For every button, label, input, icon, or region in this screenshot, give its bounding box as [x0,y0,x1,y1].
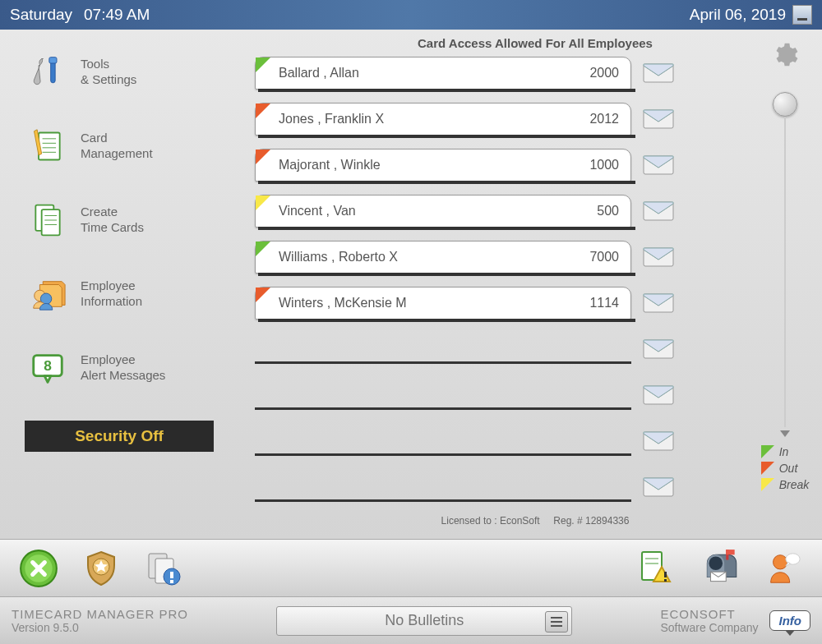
sidebar-item-employee-info[interactable]: Employee Information [25,273,242,315]
employee-card[interactable]: Jones , Franklin X2012 [255,103,631,136]
legend-in-icon [761,445,774,458]
mail-icon[interactable] [643,339,674,359]
legend-break-icon [761,478,774,491]
product-info: TIMECARD MANAGER PRO Version 9.5.0 [12,607,188,634]
content-title: Card Access Allowed For All Employees [255,36,815,50]
bulletin-menu-button[interactable] [545,611,568,632]
sidebar-item-alert-messages[interactable]: 8 Employee Alert Messages [25,347,242,389]
mail-icon[interactable] [643,109,674,129]
empty-slot [255,403,631,410]
svg-text:8: 8 [44,357,52,374]
header-bar: Saturday 07:49 AM April 06, 2019 [0,0,822,30]
mail-icon[interactable] [643,477,674,497]
svg-rect-38 [664,579,667,582]
sidebar-item-card-management[interactable]: Card Management [25,125,242,168]
employee-card[interactable]: Winters , McKensie M1114 [255,287,631,320]
sidebar-item-label: Tools & Settings [81,57,136,88]
empty-slot [255,449,631,456]
tools-icon [25,51,71,94]
employee-name: Jones , Franklin X [279,112,589,126]
svg-rect-37 [664,572,667,577]
employee-name: Winters , McKensie M [279,296,589,310]
svg-rect-8 [42,209,60,235]
content-panel: Card Access Allowed For All Employees Ba… [255,30,822,539]
mail-icon[interactable] [643,155,674,175]
employee-list: Ballard , Allan2000Jones , Franklin X201… [255,57,674,504]
sidebar-item-create-time-cards[interactable]: Create Time Cards [25,199,242,242]
main-area: Tools & Settings Card Management Create … [0,30,822,539]
employee-row[interactable]: Jones , Franklin X2012 [255,103,674,136]
sidebar-item-label: Card Management [81,131,153,162]
scroll-down-icon[interactable] [780,430,790,437]
footer: TIMECARD MANAGER PRO Version 9.5.0 No Bu… [0,596,822,644]
bulletin-bar[interactable]: No Bulletins [276,606,572,636]
minimize-button[interactable] [792,5,812,25]
right-column: In Out Break [756,41,814,494]
svg-point-39 [709,556,723,570]
svg-rect-33 [170,580,173,583]
employee-row[interactable]: Majorant , Winkle1000 [255,149,674,182]
mail-icon[interactable] [643,385,674,405]
header-time: 07:49 AM [84,6,150,24]
sidebar-item-tools[interactable]: Tools & Settings [25,51,242,94]
employee-id: 1114 [589,296,619,310]
legend-out-icon [761,462,774,475]
mailbox-button[interactable] [699,546,743,591]
sidebar: Tools & Settings Card Management Create … [0,30,255,539]
employee-name: Williams , Roberto X [279,250,589,264]
employee-row[interactable] [255,333,674,366]
employee-id: 2012 [589,112,619,126]
svg-rect-41 [726,550,734,554]
status-legend: In Out Break [761,445,810,494]
svg-point-43 [774,554,787,568]
svg-rect-1 [49,58,57,63]
employee-card[interactable]: Williams , Roberto X7000 [255,241,631,274]
employee-row[interactable] [255,379,674,412]
svg-rect-32 [170,572,173,578]
mail-icon[interactable] [643,431,674,451]
svg-rect-0 [51,60,56,82]
employee-id: 1000 [589,158,619,172]
reports-button[interactable] [141,546,186,591]
info-button[interactable]: Info [769,610,810,631]
mail-icon[interactable] [643,63,674,83]
employee-row[interactable]: Vincent , Van500 [255,195,674,228]
user-button[interactable] [761,546,806,591]
status-corner-icon [256,58,270,72]
sidebar-item-label: Employee Information [81,278,142,310]
employee-id: 7000 [589,250,619,264]
close-button[interactable] [16,546,61,591]
employee-row[interactable] [255,471,674,504]
status-corner-icon [256,196,270,210]
company-info: ECONSOFT Software Company [660,607,758,634]
employee-card[interactable]: Vincent , Van500 [255,195,631,228]
employee-row[interactable] [255,425,674,458]
security-status[interactable]: Security Off [25,421,214,452]
time-cards-icon [25,199,71,242]
header-day: Saturday [10,6,72,24]
card-management-icon [25,125,71,168]
license-line: Licensed to : EconSoft Reg. # 12894336 [255,515,815,527]
employee-info-icon [25,273,71,315]
status-corner-icon [256,288,270,302]
mail-icon[interactable] [643,201,674,221]
alert-messages-icon: 8 [25,347,71,389]
employee-row[interactable]: Ballard , Allan2000 [255,57,674,90]
sidebar-item-label: Create Time Cards [81,205,144,236]
empty-slot [255,357,631,364]
security-button[interactable] [79,546,123,591]
status-corner-icon [256,242,270,256]
bottom-toolbar [0,539,822,596]
employee-row[interactable]: Winters , McKensie M1114 [255,287,674,320]
employee-card[interactable]: Ballard , Allan2000 [255,57,631,90]
sidebar-item-label: Employee Alert Messages [81,352,165,384]
mail-icon[interactable] [643,293,674,313]
employee-row[interactable]: Williams , Roberto X7000 [255,241,674,274]
scroll-thumb[interactable] [773,92,797,117]
settings-gear-icon[interactable] [771,41,799,69]
alerts-button[interactable] [636,546,681,591]
scrollbar[interactable] [773,92,797,437]
mail-icon[interactable] [643,247,674,267]
svg-rect-2 [39,133,60,160]
employee-card[interactable]: Majorant , Winkle1000 [255,149,631,182]
